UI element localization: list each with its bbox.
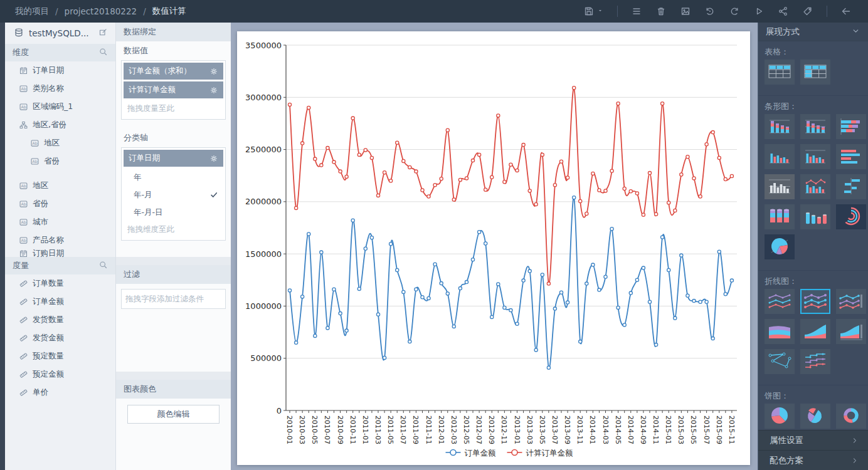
dimension-field[interactable]: Ab省份 bbox=[5, 152, 115, 170]
chart-type-hbar-stacked[interactable] bbox=[836, 114, 866, 139]
x-axis-tick-label: 2014-03 bbox=[601, 415, 610, 444]
axis-granularity-option[interactable]: 年-月-日 bbox=[124, 204, 223, 221]
axis-placeholder: 拖拽维度至此 bbox=[124, 221, 223, 238]
field-label: 发货金额 bbox=[33, 333, 64, 343]
x-axis-tick-label: 2011-03 bbox=[374, 415, 382, 444]
line-multi-series-icon bbox=[765, 290, 794, 314]
chart-type-bar-grouped-2[interactable] bbox=[800, 144, 830, 169]
panel-bar-配色方案[interactable]: 配色方案 bbox=[758, 450, 868, 470]
dimension-field[interactable]: 订单日期 bbox=[5, 61, 115, 80]
chevron-right-icon bbox=[850, 436, 859, 445]
field-label: 订单金额 bbox=[33, 296, 64, 307]
gear-icon[interactable] bbox=[209, 86, 218, 95]
breadcrumb-item[interactable]: 数值计算 bbox=[152, 6, 186, 17]
measure-field[interactable]: 单价 bbox=[5, 384, 115, 402]
tag-button[interactable] bbox=[802, 6, 813, 17]
chart-type-area-smooth[interactable] bbox=[800, 319, 830, 344]
bar-stacked-percent-icon bbox=[801, 115, 830, 139]
measure-field[interactable]: 订单数量 bbox=[5, 274, 115, 293]
axis-dropzone[interactable]: 订单日期年年-月年-月-日拖拽维度至此 bbox=[121, 147, 226, 241]
chart-type-area-stacked[interactable] bbox=[765, 319, 795, 344]
x-axis-tick-label: 2012-07 bbox=[475, 415, 483, 444]
gear-icon[interactable] bbox=[209, 154, 218, 163]
ruler-icon bbox=[19, 315, 28, 325]
chart-type-line-multi-series[interactable] bbox=[765, 289, 795, 314]
measures-list: 订单数量订单金额发货数量发货金额预定数量预定金额单价 bbox=[5, 274, 115, 402]
undo-button[interactable] bbox=[729, 6, 740, 17]
x-axis-tick-label: 2010-03 bbox=[298, 415, 306, 444]
chart-type-scatter-line[interactable] bbox=[765, 349, 795, 374]
chart-type-bar-stacked[interactable] bbox=[765, 114, 795, 139]
dimension-field[interactable]: Ab城市 bbox=[5, 213, 115, 231]
ab-icon: Ab bbox=[19, 181, 28, 191]
axis-granularity-option[interactable]: 年 bbox=[124, 169, 223, 186]
measure-field[interactable]: 发货金额 bbox=[5, 329, 115, 347]
panel-bar-属性设置[interactable]: 属性设置 bbox=[758, 430, 868, 450]
axis-chip[interactable]: 订单日期 bbox=[124, 150, 223, 167]
legend-item-计算订单金额[interactable]: 计算订单金额 bbox=[507, 448, 574, 457]
measure-field[interactable]: 订单金额 bbox=[5, 293, 115, 311]
dimension-field[interactable]: 订购日期 bbox=[5, 249, 115, 257]
chart-type-group-label: 条形图： bbox=[765, 99, 862, 114]
values-dropzone[interactable]: 订单金额（求和）计算订单金额拖拽度量至此 bbox=[121, 60, 226, 120]
breadcrumb-item[interactable]: project20180222 bbox=[65, 6, 137, 16]
display-mode-title: 展现方式 bbox=[766, 26, 851, 38]
dimension-field[interactable]: 地区,省份 bbox=[5, 116, 115, 134]
delete-button[interactable] bbox=[655, 6, 667, 17]
chart-type-bar-line-combo[interactable] bbox=[800, 174, 830, 199]
axis-granularity-option[interactable]: 年-月 bbox=[124, 186, 223, 204]
chart-type-line-with-markers[interactable] bbox=[800, 289, 830, 314]
chart-type-bar-histogram[interactable] bbox=[765, 174, 795, 199]
color-edit-button[interactable]: 颜色编辑 bbox=[127, 405, 220, 424]
chart-type-pie-basic[interactable] bbox=[765, 404, 795, 429]
back-button[interactable] bbox=[840, 6, 852, 17]
edit-dataset-icon[interactable] bbox=[98, 28, 108, 39]
filter-dropzone[interactable]: 拖拽字段添加过滤条件 bbox=[121, 289, 226, 309]
field-label: 省份 bbox=[44, 156, 60, 167]
chart-type-hbar-diverging[interactable] bbox=[836, 174, 866, 199]
gear-icon[interactable] bbox=[209, 67, 218, 76]
chart-type-table-crosstab[interactable] bbox=[800, 60, 830, 85]
dimension-field[interactable]: Ab省份 bbox=[5, 195, 115, 213]
dimension-field[interactable]: Ab地区 bbox=[5, 134, 115, 152]
search-dimensions-icon[interactable] bbox=[98, 47, 108, 58]
axis-label: 分类轴 bbox=[121, 128, 226, 147]
chart-type-table-basic[interactable] bbox=[765, 60, 795, 85]
dimension-field[interactable]: Ab类别名称 bbox=[5, 80, 115, 98]
ab-icon: Ab bbox=[19, 236, 28, 245]
chart-type-radial-bar[interactable] bbox=[836, 204, 866, 229]
chart-type-line-bar-combo[interactable] bbox=[836, 289, 866, 314]
breadcrumb-item[interactable]: 我的项目 bbox=[15, 6, 49, 17]
chart-type-step-line[interactable] bbox=[800, 349, 830, 374]
dimension-field[interactable]: Ab地区 bbox=[5, 177, 115, 195]
display-mode-header[interactable]: 展现方式 bbox=[758, 23, 868, 41]
value-chip[interactable]: 订单金额（求和） bbox=[124, 63, 223, 80]
filter-body: 拖拽字段添加过滤条件 bbox=[116, 284, 231, 372]
dataset-row[interactable]: testMySQLD... bbox=[5, 23, 115, 44]
chart-type-area-bar-combo[interactable] bbox=[836, 319, 866, 344]
menu-button[interactable] bbox=[631, 6, 642, 17]
search-measures-icon[interactable] bbox=[98, 260, 108, 271]
measure-field[interactable]: 预定金额 bbox=[5, 365, 115, 384]
dimension-field[interactable]: Ab产品名称 bbox=[5, 231, 115, 249]
redo-button[interactable] bbox=[704, 6, 716, 17]
chart-type-pie-rose[interactable] bbox=[800, 404, 830, 429]
chart-type-bar-cylinder[interactable] bbox=[800, 204, 830, 229]
value-chip[interactable]: 计算订单金额 bbox=[124, 81, 223, 98]
measure-field[interactable]: 预定数量 bbox=[5, 347, 115, 365]
run-button[interactable] bbox=[753, 6, 765, 17]
measure-field[interactable]: 发货数量 bbox=[5, 311, 115, 329]
save-button[interactable] bbox=[583, 6, 604, 17]
chart-type-bar-stacked-percent[interactable] bbox=[800, 114, 830, 139]
chart-type-bar-3d-stacked[interactable] bbox=[765, 204, 795, 229]
line-chart[interactable]: 0500000100000015000002000000250000030000… bbox=[237, 31, 750, 465]
field-label: 预定金额 bbox=[33, 369, 64, 380]
chart-type-hbar-grouped[interactable] bbox=[836, 144, 866, 169]
chart-type-bar-grouped[interactable] bbox=[765, 144, 795, 169]
legend-item-订单金额[interactable]: 订单金额 bbox=[446, 448, 497, 457]
chart-type-donut[interactable] bbox=[836, 404, 866, 429]
share-button[interactable] bbox=[778, 6, 789, 17]
chart-type-polar-pie[interactable] bbox=[765, 234, 795, 259]
export-image-button[interactable] bbox=[680, 6, 691, 17]
dimension-field[interactable]: Ab区域编码_1 bbox=[5, 98, 115, 116]
